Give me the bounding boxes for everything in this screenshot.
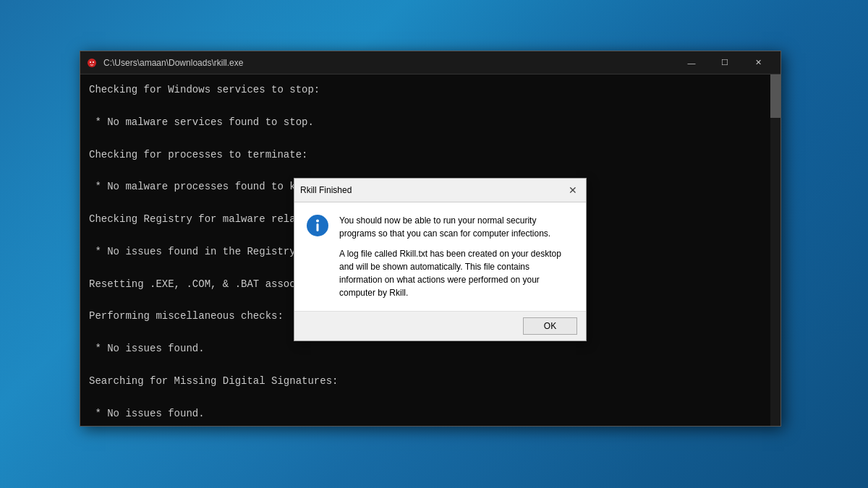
dialog-footer: OK [294,311,586,341]
dialog-message: You should now be able to run your norma… [339,214,574,299]
svg-rect-4 [317,223,319,231]
dialog-title: Rkill Finished [300,185,352,195]
ok-button[interactable]: OK [523,317,577,335]
titlebar: C:\Users\amaan\Downloads\rkill.exe — ☐ ✕ [80,51,780,74]
close-button[interactable]: ✕ [741,51,775,74]
svg-point-5 [316,220,319,223]
dialog-close-button[interactable]: ✕ [566,183,580,197]
app-icon [86,57,98,69]
scrollbar[interactable] [770,74,780,426]
svg-point-0 [88,59,96,67]
dialog-titlebar: Rkill Finished ✕ [294,179,586,202]
window-controls: — ☐ ✕ [675,51,775,74]
info-icon [306,214,329,237]
dialog-line2: A log file called Rkill.txt has been cre… [339,247,574,299]
svg-point-1 [90,61,91,63]
rkill-window: C:\Users\amaan\Downloads\rkill.exe — ☐ ✕… [80,51,781,427]
minimize-button[interactable]: — [675,51,708,74]
rkill-finished-dialog: Rkill Finished ✕ You should now be able … [294,178,587,341]
svg-point-2 [93,61,94,63]
maximize-button[interactable]: ☐ [708,51,741,74]
scrollbar-thumb[interactable] [770,74,780,118]
dialog-body: You should now be able to run your norma… [294,202,586,311]
dialog-line1: You should now be able to run your norma… [339,214,574,240]
window-title: C:\Users\amaan\Downloads\rkill.exe [103,58,675,68]
